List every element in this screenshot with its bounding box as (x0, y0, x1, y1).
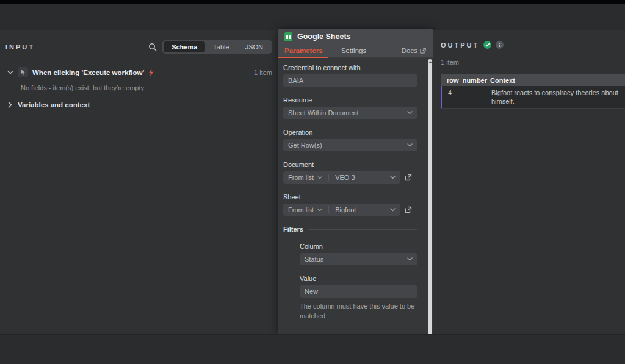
manual-trigger-icon (18, 67, 28, 77)
chevron-down-icon (390, 176, 396, 179)
node-detail-view: INPUT Schema Table JSON (0, 30, 625, 334)
filters-section-header: Filters (283, 226, 417, 233)
filters-section-label: Filters (283, 226, 303, 233)
table-row: 4 Bigfoot reacts to conspiracy theories … (441, 86, 625, 109)
resource-value: Sheet Within Document (288, 109, 359, 116)
filter-column-group: Column Status (300, 243, 417, 265)
tab-json[interactable]: JSON (237, 41, 271, 52)
input-panel-title: INPUT (5, 43, 35, 51)
filter-value-group: Value The column must have this value to… (300, 275, 417, 321)
credential-input[interactable] (283, 74, 417, 87)
resource-label: Resource (283, 96, 417, 104)
chevron-down-icon (407, 111, 413, 115)
google-sheets-icon (284, 32, 292, 41)
credential-label: Credential to connect with (283, 64, 417, 71)
output-panel-header: OUTPUT i (433, 30, 625, 49)
tab-schema[interactable]: Schema (164, 41, 205, 52)
filter-column-label: Column (300, 243, 417, 250)
operation-value: Get Row(s) (288, 141, 322, 149)
node-panel-header: Google Sheets (278, 29, 433, 44)
chevron-down-icon (317, 176, 322, 179)
chevron-down-icon (317, 209, 322, 212)
input-panel: INPUT Schema Table JSON (0, 30, 278, 334)
node-panel-scrollbar[interactable] (428, 59, 432, 334)
column-header-row-number: row_number (441, 77, 484, 84)
tab-settings[interactable]: Settings (341, 47, 367, 54)
chevron-down-icon (407, 143, 413, 147)
variables-and-context-label: Variables and context (18, 101, 90, 109)
search-icon[interactable] (148, 43, 157, 51)
input-empty-message: No fields - item(s) exist, but they're e… (21, 84, 272, 91)
cell-row-number: 4 (442, 86, 485, 108)
chevron-right-icon[interactable] (8, 102, 12, 108)
success-check-icon (483, 41, 491, 49)
top-bar (0, 4, 625, 30)
info-icon[interactable]: i (496, 41, 504, 49)
divider (308, 229, 417, 230)
sheet-resource-locator[interactable]: From list Bigfoot (283, 204, 400, 216)
resource-select[interactable]: Sheet Within Document (283, 107, 417, 119)
input-trigger-node-row[interactable]: When clicking 'Execute workflow' 1 item (7, 67, 272, 77)
output-table: row_number Context 4 Bigfoot reacts to c… (441, 74, 625, 109)
sheet-mode[interactable]: From list (288, 206, 314, 213)
chevron-down-icon (407, 257, 413, 261)
document-mode[interactable]: From list (288, 174, 314, 181)
resource-field-group: Resource Sheet Within Document (283, 96, 417, 119)
docs-label: Docs (402, 47, 417, 54)
input-view-switcher: Schema Table JSON (162, 40, 272, 54)
document-label: Document (283, 161, 417, 168)
document-value: VEO 3 (335, 174, 355, 181)
filters-block: Column Status Value The column must have… (300, 243, 417, 321)
output-panel-title: OUTPUT (441, 41, 479, 49)
credential-field-group: Credential to connect with (283, 64, 417, 87)
node-title: Google Sheets (297, 32, 351, 41)
node-panel-tabs: Parameters Settings Docs (278, 44, 433, 58)
filter-value-label: Value (300, 275, 417, 282)
operation-label: Operation (283, 129, 417, 136)
document-field-group: Document From list VEO 3 (283, 161, 417, 184)
flash-icon (148, 69, 154, 76)
input-panel-header: INPUT Schema Table JSON (0, 30, 278, 54)
filter-column-select[interactable]: Status (300, 253, 417, 265)
sheet-field-group: Sheet From list Bigfoot (283, 193, 417, 216)
output-panel: OUTPUT i 1 item row_number Context 4 Big… (433, 30, 625, 334)
divider (328, 206, 329, 213)
output-item-count: 1 item (441, 59, 625, 66)
trigger-node-label: When clicking 'Execute workflow' (32, 69, 144, 76)
cell-context: Bigfoot reacts to conspiracy theories ab… (485, 86, 625, 108)
input-item-count: 1 item (254, 69, 272, 76)
open-external-icon[interactable] (405, 174, 412, 181)
tab-table[interactable]: Table (205, 41, 237, 52)
open-external-icon[interactable] (405, 206, 412, 213)
document-resource-locator[interactable]: From list VEO 3 (283, 171, 400, 184)
chevron-down-icon[interactable] (7, 70, 13, 74)
filter-value-input[interactable] (300, 285, 417, 298)
bottom-bar (0, 334, 625, 364)
operation-field-group: Operation Get Row(s) (283, 129, 417, 151)
sheet-value: Bigfoot (335, 206, 356, 213)
tab-parameters[interactable]: Parameters (284, 47, 323, 54)
app-screen: INPUT Schema Table JSON (0, 0, 625, 364)
sheet-label: Sheet (283, 193, 417, 201)
filter-value-hint: The column must have this value to be ma… (300, 301, 416, 321)
divider (328, 174, 329, 181)
chevron-down-icon (390, 208, 396, 212)
external-link-icon (420, 48, 426, 54)
scroll-up-arrow-icon[interactable] (428, 61, 432, 63)
docs-link[interactable]: Docs (402, 47, 426, 54)
operation-select[interactable]: Get Row(s) (283, 139, 417, 151)
filter-column-value: Status (305, 255, 323, 263)
node-parameters-body: Credential to connect with Resource Shee… (278, 58, 433, 334)
variables-and-context-row[interactable]: Variables and context (8, 101, 272, 109)
letterbox-top (0, 0, 625, 4)
column-header-context: Context (484, 77, 625, 84)
google-sheets-node-panel: Google Sheets Parameters Settings Docs C… (278, 29, 433, 334)
output-table-header-row: row_number Context (441, 74, 625, 86)
